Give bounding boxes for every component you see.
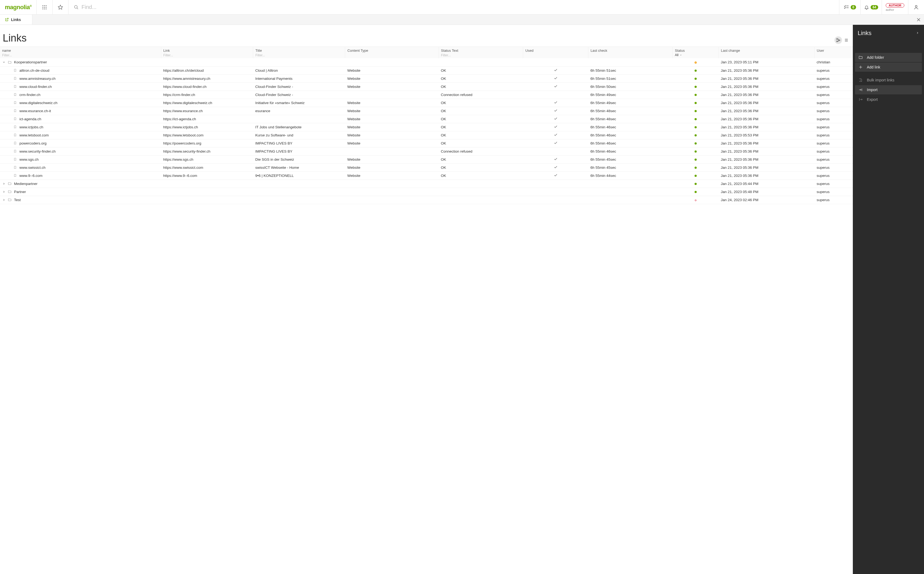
col-last-check[interactable]: Last check [588,47,673,58]
cell-last-check [588,188,673,196]
table-row[interactable]: alltron.ch-de-cloudhttps://alltron.ch/de… [0,66,853,74]
panel-expand-button[interactable] [916,31,919,35]
cell-last-check: 6h 55min 46sec [588,139,673,147]
action-import[interactable]: Import [855,85,922,95]
row-name-label: www.esurance.ch-it [19,109,51,113]
notifications-button[interactable]: 64 [861,0,881,14]
col-used[interactable]: Used [523,47,588,58]
table-row[interactable]: www.9--6.comhttps://www.9--6.com9•6 | KO… [0,172,853,180]
cell-content-type: Website [345,172,439,180]
cell-content-type: Website [345,82,439,91]
logo[interactable]: magnolia® [0,0,36,14]
folder-icon [8,198,12,202]
action-add-link[interactable]: Add link [855,63,922,72]
cell-used [523,99,588,107]
table-row[interactable]: www.letsboot.comhttps://www.letsboot.com… [0,131,853,139]
chevron-right-icon [916,31,919,35]
status-dot [695,200,697,201]
cell-status [673,115,719,123]
table-row[interactable]: powercoders.orghttps://powercoders.orgIM… [0,139,853,147]
cell-last-change: Jan 21, 2023 05:36 PM [719,107,815,115]
col-status-text[interactable]: Status TextFilter... [439,47,523,58]
bookmark-icon [13,93,17,97]
col-status[interactable]: StatusAll [673,47,719,58]
col-content-type[interactable]: Content Type [345,47,439,58]
table[interactable]: nameFilter... LinkFilter... TitleFilter.… [0,47,853,574]
cell-user: superus [815,91,853,99]
cell-last-check: 6h 55min 46sec [588,123,673,131]
row-name-label: www.amnistreasury.ch [19,77,55,80]
table-row[interactable]: ict-agenda.chhttps://ict-agenda.chWebsit… [0,115,853,123]
cell-link: https://crm-finder.ch [161,91,253,99]
table-row[interactable]: www.esurance.ch-ithttps://www.esurance.c… [0,107,853,115]
search-input[interactable] [81,4,834,10]
expander[interactable] [2,198,5,202]
tasks-button[interactable]: 0 [839,0,860,14]
list-view-button[interactable] [843,36,850,44]
cell-status-text [439,180,523,188]
table-row[interactable]: KooperationspartnerJan 23, 2023 05:11 PM… [0,58,853,66]
table-row[interactable]: www.ictjobs.chhttps://www.ictjobs.chIT J… [0,123,853,131]
table-row[interactable]: www.swissict.chhttps://www.swissict.coms… [0,163,853,172]
cell-link: https://www.9--6.com [161,172,253,180]
cell-status [673,155,719,163]
col-user[interactable]: User [815,47,853,58]
cell-last-check [588,196,673,204]
app-launcher-button[interactable] [37,0,52,14]
filter-title[interactable]: Filter... [255,54,265,57]
row-name-label: Test [14,198,21,202]
table-row[interactable]: TestJan 24, 2023 02:46 PMsuperus [0,196,853,204]
col-name[interactable]: nameFilter... [0,47,161,58]
cell-link [161,180,253,188]
filter-name[interactable]: Filter... [2,54,12,57]
cell-title [253,196,345,204]
cell-last-change: Jan 21, 2023 05:48 PM [719,188,815,196]
tab-close-button[interactable] [913,14,924,25]
cell-status-text [439,188,523,196]
tab-links[interactable]: Links [0,14,32,25]
role-area[interactable]: AUTHOR author [882,0,908,14]
cell-last-change: Jan 23, 2023 05:11 PM [719,58,815,66]
cell-used [523,155,588,163]
export-arrow-icon [858,97,863,102]
table-row[interactable]: www.security-finder.chhttps://www.securi… [0,147,853,155]
favorites-button[interactable] [52,0,68,14]
col-title[interactable]: TitleFilter... [253,47,345,58]
table-row[interactable]: www.sgs.chhttps://www.sgs.chDie SGS in d… [0,155,853,163]
status-dot [695,102,697,104]
action-add-folder[interactable]: Add folder [855,53,922,62]
bell-icon [864,5,869,10]
table-row[interactable]: www.cloud-finder.chhttps://www.cloud-fin… [0,82,853,91]
cell-last-change: Jan 21, 2023 05:36 PM [719,66,815,74]
cell-user: superus [815,172,853,180]
expander[interactable] [2,182,5,185]
table-row[interactable]: crm-finder.chhttps://crm-finder.chCloud-… [0,91,853,99]
action-bulk-import[interactable]: Bulk import links [855,76,922,85]
cell-status [673,66,719,74]
search-area[interactable] [68,0,839,14]
status-filter-dropdown[interactable]: All [675,53,716,57]
action-label: Add folder [867,55,884,60]
cell-status [673,82,719,91]
star-icon [58,5,63,10]
filter-link[interactable]: Filter... [163,54,173,57]
status-dot [695,86,697,88]
tree-view-button[interactable] [834,36,842,44]
col-last-change[interactable]: Last change [719,47,815,58]
cell-last-change: Jan 21, 2023 05:36 PM [719,172,815,180]
table-row[interactable]: PartnerJan 21, 2023 05:48 PMsuperus [0,188,853,196]
filter-stext[interactable]: Filter... [441,54,451,57]
expander[interactable] [2,61,5,64]
table-row[interactable]: www.digitaleschweiz.chhttps://www.digita… [0,99,853,107]
bookmark-icon [13,117,17,121]
cell-content-type [345,188,439,196]
col-link[interactable]: LinkFilter... [161,47,253,58]
expander[interactable] [2,190,5,193]
cell-status [673,58,719,66]
cell-status-text: Connection refused [439,147,523,155]
user-menu-button[interactable] [908,0,924,14]
table-row[interactable]: www.amnistreasury.chhttps://www.amnistre… [0,74,853,82]
action-export[interactable]: Export [855,95,922,104]
table-row[interactable]: MedienpartnerJan 21, 2023 05:44 PMsuperu… [0,180,853,188]
bookmark-icon [13,141,17,145]
